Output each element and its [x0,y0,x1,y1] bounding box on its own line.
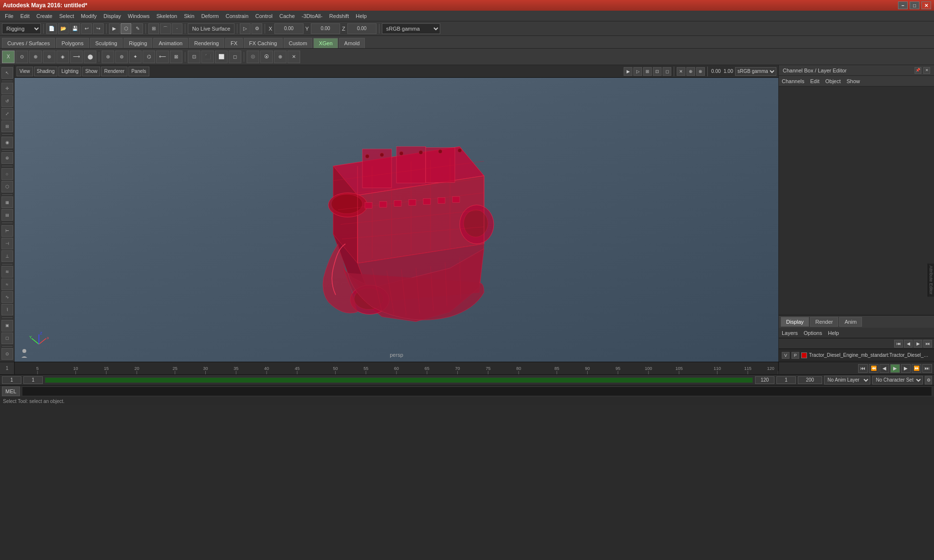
render-settings-button[interactable]: ⚙ [251,23,262,34]
vp-show-menu[interactable]: Show [82,67,100,76]
vp-icon-7[interactable]: ⊕ [686,67,695,76]
layer-playback-button[interactable]: P [791,352,799,359]
layer-tab-anim[interactable]: Anim [839,317,862,327]
tab-xgen[interactable]: XGen [313,38,338,48]
snap-curve-button[interactable]: ⌒ [160,23,171,34]
x-value-field[interactable]: 0.00 [274,23,304,34]
tab-sculpting[interactable]: Sculpting [90,38,123,48]
soft-select-button[interactable]: ◉ [1,137,13,148]
vp-icon-4[interactable]: ⊡ [653,67,662,76]
layer-nav-end[interactable]: ⏭ [923,340,932,348]
timeline-bar[interactable]: 5 10 15 20 25 30 35 40 45 50 55 60 65 [15,362,778,374]
range-track[interactable] [45,377,753,383]
menu-redshift[interactable]: Redshift [326,12,352,20]
range-end-frame-input[interactable] [755,376,774,384]
menu-constrain[interactable]: Constrain [223,12,251,20]
playback-next-key[interactable]: ⏩ [912,364,921,373]
rotate-tool-button[interactable]: ↺ [1,95,13,107]
icon-xgen-15[interactable]: ⬛ [201,51,214,63]
deform-tool-3[interactable]: ∿ [1,291,13,303]
maximize-button[interactable]: □ [910,1,919,9]
tab-animation[interactable]: Animation [153,38,188,48]
vp-icon-5[interactable]: ◻ [663,67,671,76]
menu-deform[interactable]: Deform [198,12,222,20]
menu-control[interactable]: Control [252,12,275,20]
extra-tool-1[interactable]: ▣ [1,320,13,332]
scale-tool-button[interactable]: ⤢ [1,108,13,120]
transform-tool-button[interactable]: ⊞ [1,121,13,132]
open-file-button[interactable]: 📂 [58,23,69,34]
menu-edit[interactable]: Edit [18,12,33,20]
bottom-tool[interactable]: ⊙ [1,348,13,360]
extra-tool-2[interactable]: ▢ [1,332,13,344]
icon-xgen-13[interactable]: ⊠ [170,51,182,63]
icon-xgen-16[interactable]: ⬜ [215,51,228,63]
undo-button[interactable]: ↩ [81,23,92,34]
tab-arnold[interactable]: Arnold [339,38,365,48]
layer-tool-1[interactable]: ▦ [1,196,13,208]
constraint-tool-3[interactable]: ⊥ [1,250,13,262]
tab-fx-caching[interactable]: FX Caching [244,38,282,48]
paint-button[interactable]: ✎ [132,23,143,34]
layer-tool-2[interactable]: ▤ [1,209,13,221]
redo-button[interactable]: ↪ [93,23,104,34]
character-set-select[interactable]: No Character Set [872,376,923,385]
show-manipulator-button[interactable]: ⊕ [1,152,13,164]
deform-tool-4[interactable]: ⌇ [1,304,13,315]
menu-display[interactable]: Display [101,12,124,20]
vp-view-menu[interactable]: View [17,67,33,76]
icon-xgen-5[interactable]: ◈ [56,51,69,63]
menu-file[interactable]: File [2,12,17,20]
render-button[interactable]: ▷ [240,23,251,34]
icon-xgen-20[interactable]: ⊕ [274,51,287,63]
deform-tool-2[interactable]: ≈ [1,279,13,290]
icon-xgen-12[interactable]: ⟵ [156,51,169,63]
menu-select[interactable]: Select [56,12,77,20]
layer-tab-render[interactable]: Render [810,317,838,327]
channel-box-pin-button[interactable]: 📌 [915,67,921,74]
tab-custom[interactable]: Custom [284,38,313,48]
current-frame-input[interactable] [23,376,43,384]
tab-polygons[interactable]: Polygons [56,38,89,48]
playback-play[interactable]: ▶ [890,364,900,373]
minimize-button[interactable]: – [898,1,908,9]
menu-create[interactable]: Create [34,12,55,20]
vp-icon-6[interactable]: ✕ [677,67,685,76]
menu-skin[interactable]: Skin [181,12,197,20]
icon-xgen-14[interactable]: ⊡ [188,51,200,63]
layer-tab-display[interactable]: Display [781,317,809,327]
new-file-button[interactable]: 📄 [46,23,57,34]
snap-grid-button[interactable]: ⊞ [148,23,159,34]
layer-submenu-options[interactable]: Options [804,330,822,336]
vp-renderer-menu[interactable]: Renderer [101,67,127,76]
deform-tool-1[interactable]: ≋ [1,266,13,278]
playback-next-frame[interactable]: ▶ [901,364,911,373]
close-button[interactable]: ✕ [921,1,931,9]
icon-xgen-2[interactable]: ⊙ [16,51,28,63]
tab-curves-surfaces[interactable]: Curves / Surfaces [2,38,55,48]
menu-help[interactable]: Help [353,12,370,20]
menu-windows[interactable]: Windows [125,12,153,20]
paint-select-button[interactable]: ⬡ [1,181,13,192]
vp-shading-menu[interactable]: Shading [34,67,58,76]
y-value-field[interactable]: 0.00 [311,23,340,34]
vp-lighting-menu[interactable]: Lighting [58,67,81,76]
lasso-button[interactable]: ⬡ [121,23,131,34]
channel-tab-edit[interactable]: Edit [810,78,819,84]
icon-xgen-6[interactable]: ⟶ [70,51,83,63]
icon-xgen-10[interactable]: ✦ [129,51,142,63]
anim-settings-button[interactable]: ⚙ [925,376,932,385]
vp-icon-8[interactable]: ⊗ [696,67,705,76]
select-tool-button[interactable]: ↖ [1,67,13,79]
vp-icon-3[interactable]: ⊞ [643,67,652,76]
save-file-button[interactable]: 💾 [70,23,80,34]
menu-modify[interactable]: Modify [78,12,99,20]
vp-panels-menu[interactable]: Panels [128,67,149,76]
playback-prev-frame[interactable]: ◀ [880,364,889,373]
snap-point-button[interactable]: · [172,23,182,34]
playback-prev-key[interactable]: ⏪ [869,364,879,373]
tab-fx[interactable]: FX [225,38,243,48]
viewport-3d[interactable]: X Y Z persp [15,78,778,362]
lasso-select-button[interactable]: ○ [1,168,13,180]
icon-xgen-1[interactable]: X [2,51,15,63]
